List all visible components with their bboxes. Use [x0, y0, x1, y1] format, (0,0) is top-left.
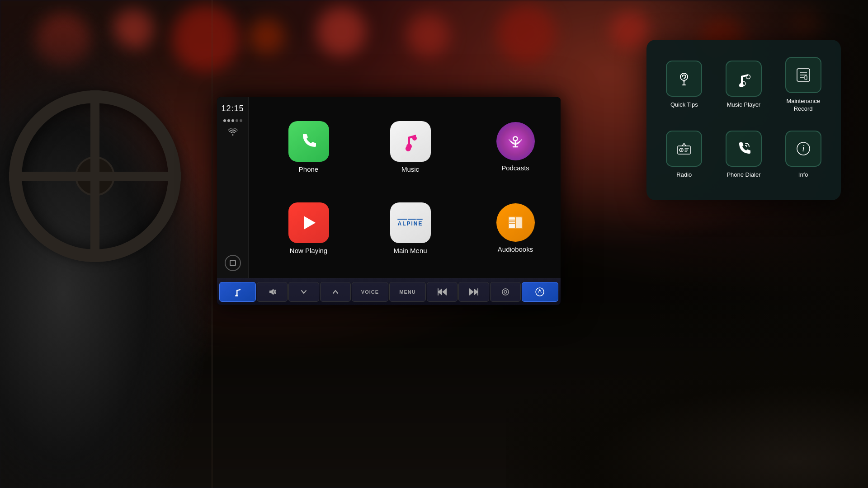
svg-point-22 — [504, 291, 507, 293]
drawer-label-phone-dialer: Phone Dialer — [726, 171, 760, 179]
app-item-main-menu[interactable]: ALPINE Main Menu — [359, 188, 461, 269]
ctrl-down-button[interactable] — [288, 282, 319, 302]
control-bar: VOICE MENU — [217, 278, 561, 305]
alpine-line — [416, 219, 423, 220]
ctrl-music-button[interactable] — [219, 282, 256, 302]
app-label-main-menu: Main Menu — [393, 247, 427, 254]
sidebar-dots — [223, 119, 242, 122]
svg-rect-8 — [509, 217, 515, 228]
drawer-item-music-player[interactable]: Music Player — [717, 53, 770, 117]
wifi-icon — [228, 128, 238, 138]
svg-point-26 — [680, 73, 688, 80]
right-apps-panel: Podcasts Audiobooks — [470, 97, 561, 278]
svg-point-4 — [514, 137, 517, 140]
main-menu-icon-bg: ALPINE — [390, 202, 431, 243]
drawer-label-quick-tips: Quick Tips — [670, 101, 698, 109]
svg-point-21 — [502, 289, 509, 295]
ctrl-prev-button[interactable] — [427, 282, 458, 302]
ctrl-voice-button[interactable]: VOICE — [352, 282, 388, 302]
svg-marker-2 — [304, 216, 316, 230]
drawer-item-radio[interactable]: Radio — [658, 123, 711, 187]
menu-label: MENU — [399, 289, 415, 295]
audiobooks-icon-bg — [496, 203, 535, 242]
alpine-logo: ALPINE — [397, 219, 423, 227]
drawer-item-maintenance-record[interactable]: Maintenance Record — [777, 53, 830, 117]
steering-wheel — [9, 90, 181, 262]
svg-rect-9 — [516, 217, 522, 228]
phone-dialer-icon-box — [726, 131, 762, 167]
ctrl-next-button[interactable] — [458, 282, 489, 302]
app-item-podcasts[interactable]: Podcasts — [475, 122, 556, 172]
svg-marker-18 — [469, 288, 474, 296]
now-playing-icon-bg — [288, 202, 329, 243]
radio-icon-box — [666, 131, 702, 167]
info-icon-box: i — [785, 131, 821, 167]
app-label-phone: Phone — [299, 165, 318, 173]
app-item-now-playing[interactable]: Now Playing — [258, 188, 359, 269]
drawer-label-radio: Radio — [676, 171, 692, 179]
app-grid: Phone Music — [249, 97, 470, 278]
sidebar-dot — [240, 119, 242, 122]
svg-marker-15 — [442, 288, 447, 296]
screen-content: 12:15 — [217, 97, 561, 278]
voice-label: VOICE — [361, 289, 379, 295]
podcasts-icon-bg — [496, 122, 535, 160]
home-button-inner — [230, 260, 236, 266]
ctrl-up-button[interactable] — [320, 282, 351, 302]
app-drawer: Quick Tips Music Player Maintenance Reco… — [646, 40, 841, 200]
svg-point-0 — [406, 144, 412, 149]
app-item-audiobooks[interactable]: Audiobooks — [475, 203, 556, 253]
infotainment-screen: 12:15 — [217, 97, 561, 305]
svg-point-40 — [681, 150, 682, 151]
drawer-item-quick-tips[interactable]: Quick Tips — [658, 53, 711, 117]
ctrl-eject-button[interactable] — [490, 282, 521, 302]
alpine-line — [408, 219, 416, 220]
app-item-phone[interactable]: Phone — [258, 106, 359, 188]
sidebar-dot — [223, 119, 226, 122]
svg-rect-36 — [805, 76, 807, 80]
sidebar-dot — [227, 119, 230, 122]
sidebar-dot — [231, 119, 234, 122]
sidebar-time: 12:15 — [221, 104, 244, 113]
app-label-music: Music — [401, 165, 419, 173]
svg-point-25 — [539, 291, 541, 293]
drawer-label-music-player: Music Player — [727, 101, 760, 109]
svg-text:i: i — [802, 143, 805, 153]
drawer-label-info: Info — [798, 171, 808, 179]
maintenance-icon-box — [785, 57, 821, 93]
app-label-now-playing: Now Playing — [290, 247, 327, 254]
alpine-text: ALPINE — [397, 221, 423, 227]
speaker-area — [506, 352, 868, 488]
ctrl-mute-button[interactable] — [257, 282, 288, 302]
app-label-audiobooks: Audiobooks — [498, 245, 533, 253]
svg-rect-17 — [438, 288, 439, 296]
svg-rect-20 — [477, 288, 478, 296]
svg-point-1 — [412, 136, 417, 141]
app-label-podcasts: Podcasts — [501, 164, 529, 172]
music-icon-bg — [390, 121, 431, 162]
music-player-icon-box — [726, 61, 762, 97]
phone-icon-bg — [288, 121, 329, 162]
drawer-item-info[interactable]: i Info — [777, 123, 830, 187]
ctrl-nav-button[interactable] — [522, 282, 558, 302]
alpine-lines-group — [397, 219, 423, 220]
drawer-label-maintenance-record: Maintenance Record — [786, 98, 820, 113]
alpine-line — [397, 219, 407, 220]
home-button[interactable] — [225, 255, 241, 271]
steering-area — [0, 0, 212, 488]
sidebar-dot — [236, 119, 238, 122]
steering-spoke-vertical — [90, 90, 99, 262]
quick-tips-icon-box — [666, 61, 702, 97]
screen-sidebar: 12:15 — [217, 97, 249, 278]
drawer-item-phone-dialer[interactable]: Phone Dialer — [717, 123, 770, 187]
app-item-music[interactable]: Music — [359, 106, 461, 188]
ctrl-menu-button[interactable]: MENU — [389, 282, 426, 302]
